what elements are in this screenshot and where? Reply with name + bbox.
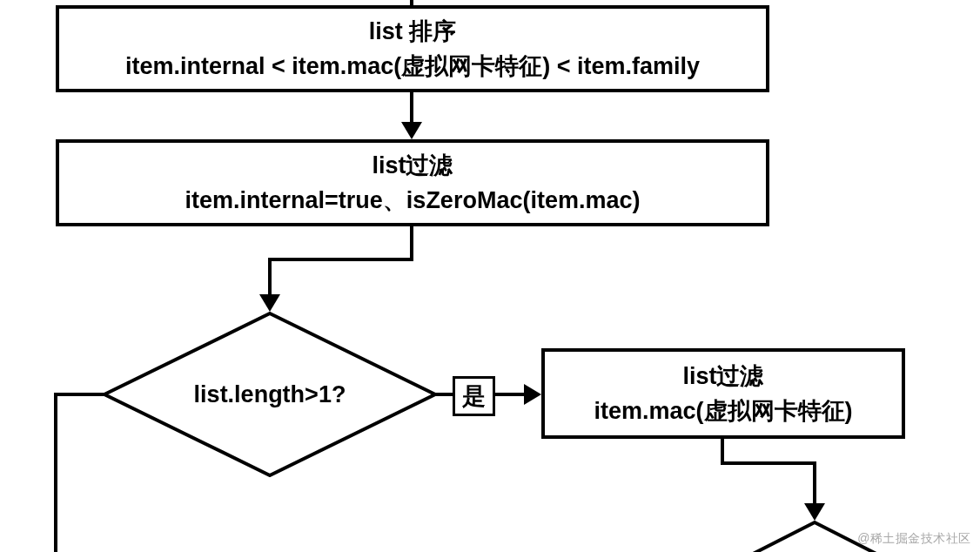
arrowhead-sort-to-filter1 [401, 122, 422, 139]
node-filter2-title: list过滤 [682, 359, 763, 394]
connector-filter2-right [721, 461, 816, 465]
watermark: @稀土掘金技术社区 [857, 531, 971, 547]
node-sort-title: list 排序 [369, 14, 457, 50]
edge-label-yes: 是 [453, 376, 495, 416]
arrowhead-filter2-down [804, 503, 825, 521]
arrowhead-decision-yes [524, 384, 541, 405]
connector-filter1-down [410, 226, 413, 261]
connector-filter1-to-diamond [268, 258, 272, 296]
node-sort: list 排序 item.internal < item.mac(虚拟网卡特征)… [56, 5, 769, 92]
node-filter2-detail: item.mac(虚拟网卡特征) [594, 394, 852, 429]
node-filter2: list过滤 item.mac(虚拟网卡特征) [541, 348, 905, 439]
node-sort-detail: item.internal < item.mac(虚拟网卡特征) < item.… [125, 49, 700, 84]
connector-filter1-left [268, 258, 413, 261]
connector-filter2-down2 [813, 461, 816, 505]
node-decision-label: list.length>1? [103, 312, 437, 477]
node-decision-length: list.length>1? [103, 312, 437, 477]
connector-sort-to-filter1 [410, 92, 413, 124]
arrowhead-to-diamond [259, 294, 280, 312]
node-filter1-detail: item.internal=true、isZeroMac(item.mac) [185, 183, 641, 219]
node-filter1-title: list过滤 [372, 148, 453, 184]
node-filter1: list过滤 item.internal=true、isZeroMac(item… [56, 139, 769, 226]
connector-decision-no-left [54, 393, 104, 396]
connector-decision-no-down [54, 393, 57, 552]
